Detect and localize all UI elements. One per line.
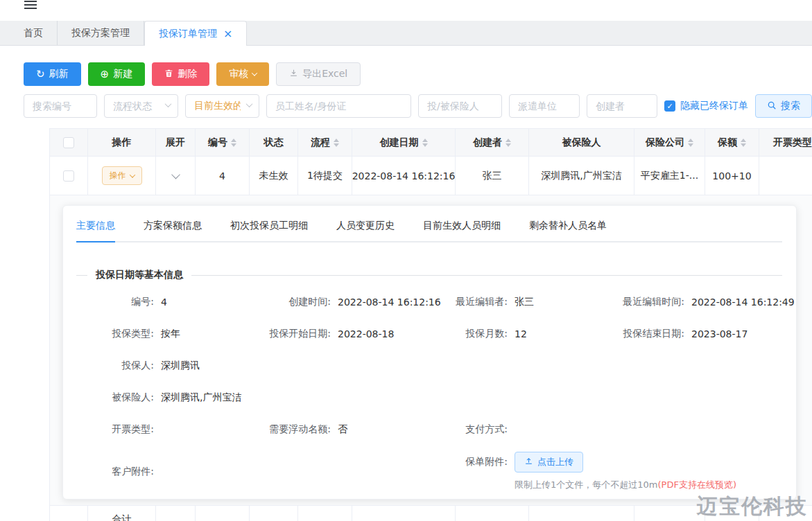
sort-caret[interactable] xyxy=(741,139,746,147)
sort-caret[interactable] xyxy=(422,139,428,147)
employee-input[interactable] xyxy=(266,94,411,118)
row-action-label: 操作 xyxy=(110,170,126,182)
field-label: 投保月数: xyxy=(430,328,508,340)
divider-line xyxy=(76,275,87,276)
checkbox-checked-icon[interactable]: ✓ xyxy=(664,100,675,112)
header-label: 展开 xyxy=(166,136,185,149)
delete-label: 删除 xyxy=(178,68,197,80)
field-value: 按年 xyxy=(161,328,180,340)
header-coverage: 保额 xyxy=(705,129,759,157)
detail-row: 客户附件: 保单附件: 点击上传 限 xyxy=(76,452,782,491)
tab-plan-management[interactable]: 投保方案管理 xyxy=(58,21,144,45)
upload-icon xyxy=(524,457,533,468)
header-action: 操作 xyxy=(88,129,156,157)
creator-input[interactable] xyxy=(587,94,657,118)
tab-order-management[interactable]: 投保订单管理 × xyxy=(144,21,247,46)
row-company: 平安雇主1-... xyxy=(634,157,705,195)
header-expand: 展开 xyxy=(156,129,196,157)
field-created-time: 创建时间: 2022-08-14 16:12:16 xyxy=(253,295,430,309)
header-label: 被保险人 xyxy=(562,136,601,149)
tab-home[interactable]: 首页 xyxy=(10,21,58,45)
summary-select-cell xyxy=(50,506,88,521)
header-label: 开票类型 xyxy=(773,136,812,149)
refresh-button[interactable]: ↻ 刷新 xyxy=(24,62,81,86)
flow-status-select[interactable] xyxy=(104,94,178,118)
upload-hint: 限制上传1个文件，每个不超过10m(PDF支持在线预览) xyxy=(515,479,782,491)
insured-input[interactable] xyxy=(418,94,502,118)
filter-bar: ✓ 隐藏已终保订单 搜索 xyxy=(24,94,812,118)
create-button[interactable]: ⊕ 新建 xyxy=(88,62,146,86)
section-divider: 投保日期等基本信息 xyxy=(76,269,782,281)
field-float-quota: 需要浮动名额: 否 xyxy=(253,423,430,436)
tab-home-label: 首页 xyxy=(24,27,43,39)
header-label: 保险公司 xyxy=(646,136,684,149)
order-detail-card: 主要信息 方案保额信息 初次投保员工明细 人员变更历史 目前生效人员明细 剩余替… xyxy=(62,205,797,500)
upload-button[interactable]: 点击上传 xyxy=(515,452,583,473)
row-flow: 1待提交 xyxy=(298,157,352,195)
sort-caret[interactable] xyxy=(231,139,236,147)
field-label: 需要浮动名额: xyxy=(253,423,331,436)
detail-tab-effective-personnel[interactable]: 目前生效人员明细 xyxy=(423,220,501,241)
divider-line xyxy=(191,275,782,276)
field-label: 开票类型: xyxy=(76,423,154,436)
field-value: 深圳腾讯 xyxy=(161,360,200,372)
audit-dropdown-button[interactable]: 审核 xyxy=(216,62,269,86)
menu-icon[interactable] xyxy=(24,1,37,11)
header-company: 保险公司 xyxy=(634,129,705,157)
field-label: 投保结束日期: xyxy=(607,328,684,340)
field-policy-holder: 投保人: 深圳腾讯 xyxy=(76,359,784,373)
row-checkbox[interactable] xyxy=(63,170,74,182)
field-last-edit-time: 最近编辑时间: 2022-08-14 16:12:49 xyxy=(607,295,784,309)
header-label: 创建者 xyxy=(473,136,502,149)
summary-label-cell: 合计 xyxy=(88,506,156,521)
audit-label: 审核 xyxy=(229,68,248,80)
hide-terminated-checkbox[interactable]: ✓ 隐藏已终保订单 xyxy=(664,100,748,112)
close-icon[interactable]: × xyxy=(223,28,232,39)
table-header-row: 操作 展开 编号 状态 流程 创建日期 创建者 被保险人 保险公司 xyxy=(50,129,812,157)
row-created-date: 2022-08-14 16:12:16 xyxy=(352,157,456,195)
create-label: 新建 xyxy=(113,68,132,80)
dispatch-unit-input[interactable] xyxy=(509,94,580,118)
detail-tab-change-history[interactable]: 人员变更历史 xyxy=(336,220,395,241)
download-icon xyxy=(289,69,298,80)
field-label: 最近编辑时间: xyxy=(607,296,684,308)
sort-caret[interactable] xyxy=(334,139,339,147)
search-button[interactable]: 搜索 xyxy=(755,94,812,118)
header-select-cell xyxy=(50,129,88,157)
field-label: 被保险人: xyxy=(76,391,154,404)
row-action-cell: 操作 xyxy=(88,157,156,195)
tab-order-management-label: 投保订单管理 xyxy=(159,28,217,40)
field-value: 4 xyxy=(161,297,167,308)
row-action-button[interactable]: 操作 xyxy=(102,166,142,185)
detail-tab-main-info[interactable]: 主要信息 xyxy=(76,220,115,242)
summary-cell xyxy=(156,506,196,521)
upload-label: 点击上传 xyxy=(537,456,573,468)
upload-hint-text: 限制上传1个文件，每个不超过10m xyxy=(515,479,657,490)
sort-caret[interactable] xyxy=(688,139,693,147)
order-no-input[interactable] xyxy=(24,94,97,118)
export-excel-button[interactable]: 导出Excel xyxy=(276,62,361,86)
header-no: 编号 xyxy=(196,129,250,157)
delete-button[interactable]: 删除 xyxy=(152,62,209,86)
effective-select[interactable] xyxy=(185,94,259,118)
field-start-date: 投保开始日期: 2022-08-18 xyxy=(253,327,430,341)
detail-tab-initial-employees[interactable]: 初次投保员工明细 xyxy=(230,220,308,241)
expand-chevron-icon[interactable] xyxy=(171,170,180,179)
field-no: 编号: 4 xyxy=(76,295,253,309)
detail-tab-plan-coverage[interactable]: 方案保额信息 xyxy=(144,220,202,241)
field-label: 投保人: xyxy=(76,360,154,372)
select-all-checkbox[interactable] xyxy=(63,137,74,148)
detail-tab-substitute-list[interactable]: 剩余替补人员名单 xyxy=(529,220,607,241)
field-label: 编号: xyxy=(76,296,154,308)
field-label: 创建时间: xyxy=(253,296,331,308)
field-label: 投保类型: xyxy=(76,328,154,340)
table-summary-row: 合计 xyxy=(49,505,812,521)
tab-plan-management-label: 投保方案管理 xyxy=(71,27,130,39)
section-title: 投保日期等基本信息 xyxy=(87,269,191,281)
sort-caret[interactable] xyxy=(506,139,511,147)
detail-empty-cell xyxy=(253,452,430,491)
field-insure-type: 投保类型: 按年 xyxy=(76,327,253,341)
upload-hint-red-text: (PDF支持在线预览) xyxy=(657,479,736,490)
summary-cell xyxy=(759,506,812,521)
field-months: 投保月数: 12 xyxy=(430,327,607,341)
